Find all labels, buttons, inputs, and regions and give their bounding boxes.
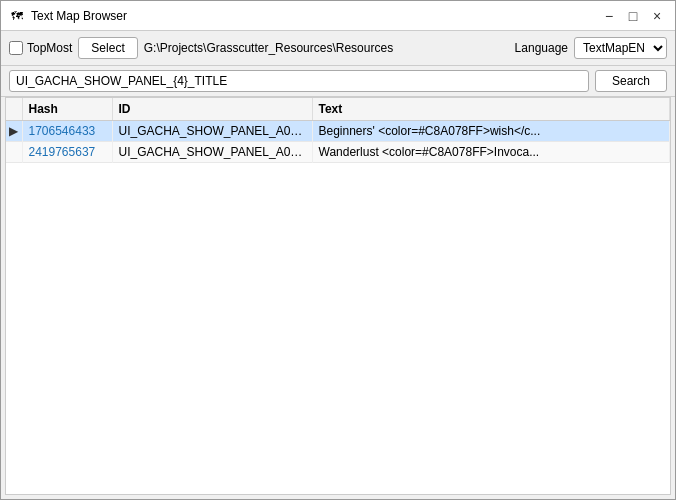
topmost-label: TopMost: [27, 41, 72, 55]
window-title: Text Map Browser: [31, 9, 599, 23]
row-hash: 2419765637: [22, 142, 112, 163]
row-id: UI_GACHA_SHOW_PANEL_A007_TITLE: [112, 121, 312, 142]
search-bar: Search: [1, 66, 675, 97]
results-table: Hash ID Text ▶1706546433UI_GACHA_SHOW_PA…: [6, 98, 670, 163]
row-arrow: ▶: [6, 121, 22, 142]
topmost-checkbox[interactable]: [9, 41, 23, 55]
row-text: Wanderlust <color=#C8A078FF>Invoca...: [312, 142, 670, 163]
path-label: G:\Projects\Grasscutter_Resources\Resour…: [144, 41, 509, 55]
table-header-row: Hash ID Text: [6, 98, 670, 121]
minimize-button[interactable]: −: [599, 6, 619, 26]
language-select[interactable]: TextMapEN TextMapCN TextMapJP: [574, 37, 667, 59]
app-icon: 🗺: [9, 8, 25, 24]
title-bar: 🗺 Text Map Browser − □ ×: [1, 1, 675, 31]
results-table-container[interactable]: Hash ID Text ▶1706546433UI_GACHA_SHOW_PA…: [5, 97, 671, 495]
col-header-id: ID: [112, 98, 312, 121]
col-header-text: Text: [312, 98, 670, 121]
search-input[interactable]: [9, 70, 589, 92]
table-body: ▶1706546433UI_GACHA_SHOW_PANEL_A007_TITL…: [6, 121, 670, 163]
row-text: Beginners' <color=#C8A078FF>wish</c...: [312, 121, 670, 142]
select-button[interactable]: Select: [78, 37, 137, 59]
main-window: 🗺 Text Map Browser − □ × TopMost Select …: [0, 0, 676, 500]
search-button[interactable]: Search: [595, 70, 667, 92]
topmost-checkbox-label[interactable]: TopMost: [9, 41, 72, 55]
row-hash: 1706546433: [22, 121, 112, 142]
row-arrow: [6, 142, 22, 163]
maximize-button[interactable]: □: [623, 6, 643, 26]
close-button[interactable]: ×: [647, 6, 667, 26]
table-row[interactable]: 2419765637UI_GACHA_SHOW_PANEL_A008_TITLE…: [6, 142, 670, 163]
col-header-arrow: [6, 98, 22, 121]
window-controls: − □ ×: [599, 6, 667, 26]
row-id: UI_GACHA_SHOW_PANEL_A008_TITLE: [112, 142, 312, 163]
col-header-hash: Hash: [22, 98, 112, 121]
toolbar: TopMost Select G:\Projects\Grasscutter_R…: [1, 31, 675, 66]
language-label: Language: [515, 41, 568, 55]
table-row[interactable]: ▶1706546433UI_GACHA_SHOW_PANEL_A007_TITL…: [6, 121, 670, 142]
